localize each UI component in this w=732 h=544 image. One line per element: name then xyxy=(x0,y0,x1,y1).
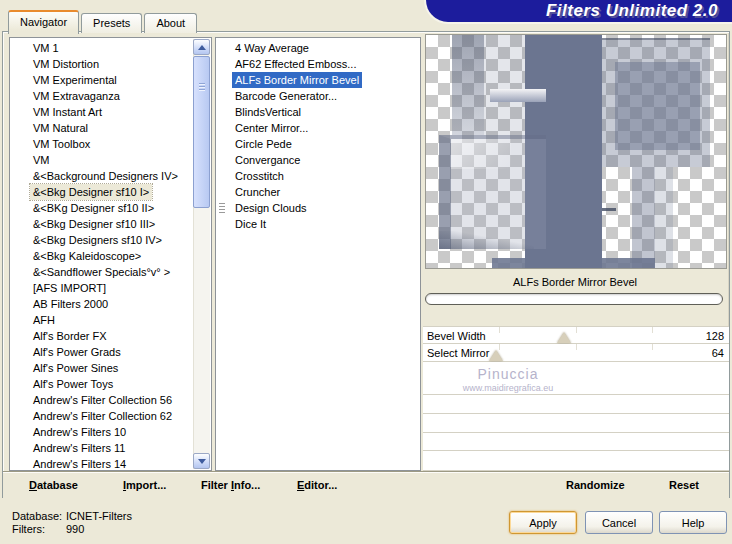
filter-list-item[interactable]: Circle Pede xyxy=(216,136,420,152)
filter-list-item[interactable]: Cruncher xyxy=(216,184,420,200)
filters-count-value: 990 xyxy=(66,523,84,536)
empty-param-row xyxy=(423,433,729,451)
category-list-item[interactable]: VM Natural xyxy=(10,120,211,136)
category-list-item[interactable]: VM Toolbox xyxy=(10,136,211,152)
preview-panel: ALFs Border Mirror Bevel Bevel Width 128… xyxy=(423,32,729,471)
filter-list-item[interactable]: ALFs Border Mirror Bevel xyxy=(216,72,420,88)
reset-button[interactable]: Reset xyxy=(669,472,699,498)
category-list-item[interactable]: AFH xyxy=(10,312,211,328)
category-list-item[interactable]: VM Experimental xyxy=(10,72,211,88)
category-rows: VM 1VM DistortionVM ExperimentalVM Extra… xyxy=(10,38,211,471)
import-button[interactable]: Import... xyxy=(123,472,166,498)
empty-param-row xyxy=(423,395,729,414)
scroll-up-button[interactable] xyxy=(193,39,210,55)
category-list-item[interactable]: &<Bkg Kaleidoscope> xyxy=(10,248,211,264)
category-list-item[interactable]: &<Sandflower Specials°v° > xyxy=(10,264,211,280)
filter-list-item[interactable]: Dice It xyxy=(216,216,420,232)
tab-about[interactable]: About xyxy=(144,13,197,33)
apply-button[interactable]: Apply xyxy=(509,511,577,534)
category-list-item[interactable]: Alf's Border FX xyxy=(10,328,211,344)
category-list: VM 1VM DistortionVM ExperimentalVM Extra… xyxy=(9,37,212,471)
filters-count-label: Filters: xyxy=(12,523,45,536)
database-status-value: ICNET-Filters xyxy=(66,510,132,523)
preview-shape xyxy=(602,208,616,211)
filters-unlimited-dialog: Filters Unlimited 2.0 Navigator Presets … xyxy=(0,0,732,544)
category-list-item[interactable]: &<Bkg Designers sf10 IV> xyxy=(10,232,211,248)
preview-shape xyxy=(484,35,525,135)
randomize-button[interactable]: Randomize xyxy=(566,472,625,498)
navigator-page: VM 1VM DistortionVM ExperimentalVM Extra… xyxy=(2,31,730,498)
param-value: 128 xyxy=(706,327,724,345)
scroll-down-button[interactable] xyxy=(193,453,210,469)
category-list-item[interactable]: Alf's Power Sines xyxy=(10,360,211,376)
tab-presets[interactable]: Presets xyxy=(81,13,142,33)
category-list-item[interactable]: Andrew's Filters 11 xyxy=(10,440,211,456)
filter-list-item[interactable]: Design Clouds xyxy=(216,200,420,216)
filter-list-item[interactable]: AF62 Effected Emboss... xyxy=(216,56,420,72)
preview-shape xyxy=(632,167,655,268)
category-list-item[interactable]: &<Bkg Designer sf10 I> xyxy=(10,184,211,200)
preview-shape xyxy=(615,62,700,150)
empty-param-row xyxy=(423,414,729,433)
down-arrow-icon xyxy=(198,459,206,468)
category-list-item[interactable]: VM xyxy=(10,152,211,168)
category-list-item[interactable]: &<Bkg Designer sf10 III> xyxy=(10,216,211,232)
param-value: 64 xyxy=(712,344,724,362)
filter-list-item[interactable]: Center Mirror... xyxy=(216,120,420,136)
cancel-button[interactable]: Cancel xyxy=(585,511,653,534)
filter-list-item[interactable]: Convergance xyxy=(216,152,420,168)
filter-preview[interactable] xyxy=(425,34,727,269)
database-status-label: Database: xyxy=(12,510,62,523)
preview-shape xyxy=(490,89,546,102)
app-title: Filters Unlimited 2.0 xyxy=(426,0,732,21)
filter-list-item[interactable]: Crosstitch xyxy=(216,168,420,184)
filter-list-item[interactable]: 4 Way Average xyxy=(216,40,420,56)
filter-rows: 4 Way AverageAF62 Effected Emboss...ALFs… xyxy=(216,38,420,232)
category-list-item[interactable]: [AFS IMPORT] xyxy=(10,280,211,296)
param-row-bevel-width: Bevel Width 128 xyxy=(423,326,729,344)
preview-shape xyxy=(492,258,655,268)
category-list-item[interactable]: Andrew's Filter Collection 62 xyxy=(10,408,211,424)
tab-bar: Navigator Presets About xyxy=(8,10,197,33)
filter-info-button[interactable]: Filter Info... xyxy=(201,472,260,498)
category-list-item[interactable]: VM Extravaganza xyxy=(10,88,211,104)
empty-param-row xyxy=(423,451,729,471)
preview-progress-bar xyxy=(425,293,723,305)
category-list-item[interactable]: Andrew's Filter Collection 56 xyxy=(10,392,211,408)
category-list-item[interactable]: Andrew's Filters 14 xyxy=(10,456,211,471)
title-banner: Filters Unlimited 2.0 xyxy=(424,0,732,24)
filter-list-item[interactable]: Barcode Generator... xyxy=(216,88,420,104)
param-row-select-mirror: Select Mirror 64 xyxy=(423,344,729,362)
action-bar: Database Import... Filter Info... Editor… xyxy=(3,471,729,498)
watermark: Pinuccia www.maidiregrafica.eu xyxy=(423,362,729,395)
database-button[interactable]: Database xyxy=(29,472,78,498)
editor-button[interactable]: Editor... xyxy=(297,472,337,498)
category-list-item[interactable]: Alf's Power Grads xyxy=(10,344,211,360)
preview-shape xyxy=(452,35,484,135)
slider-thumb[interactable] xyxy=(557,332,571,343)
up-arrow-icon xyxy=(198,41,206,50)
help-button[interactable]: Help xyxy=(659,511,727,534)
selected-filter-title: ALFs Border Mirror Bevel xyxy=(425,272,725,292)
category-list-item[interactable]: VM Distortion xyxy=(10,56,211,72)
filter-list: 4 Way AverageAF62 Effected Emboss...ALFs… xyxy=(215,37,421,471)
param-label: Select Mirror xyxy=(427,344,489,362)
filter-list-item[interactable]: BlindsVertical xyxy=(216,104,420,120)
category-list-item[interactable]: VM Instant Art xyxy=(10,104,211,120)
tab-navigator[interactable]: Navigator xyxy=(8,10,79,34)
watermark-url: www.maidiregrafica.eu xyxy=(423,383,593,393)
category-scrollbar[interactable] xyxy=(193,39,210,469)
preview-shape xyxy=(655,167,673,268)
scroll-thumb[interactable] xyxy=(193,56,210,208)
category-list-item[interactable]: AB Filters 2000 xyxy=(10,296,211,312)
param-label: Bevel Width xyxy=(427,327,486,345)
watermark-name: Pinuccia xyxy=(423,366,593,382)
category-list-item[interactable]: Andrew's Filters 10 xyxy=(10,424,211,440)
preview-shape xyxy=(439,231,534,249)
preview-shape xyxy=(451,139,511,169)
slider-thumb[interactable] xyxy=(489,350,503,361)
category-list-item[interactable]: &<Background Designers IV> xyxy=(10,168,211,184)
category-list-item[interactable]: &<BKg Designer sf10 II> xyxy=(10,200,211,216)
category-list-item[interactable]: Alf's Power Toys xyxy=(10,376,211,392)
category-list-item[interactable]: VM 1 xyxy=(10,40,211,56)
